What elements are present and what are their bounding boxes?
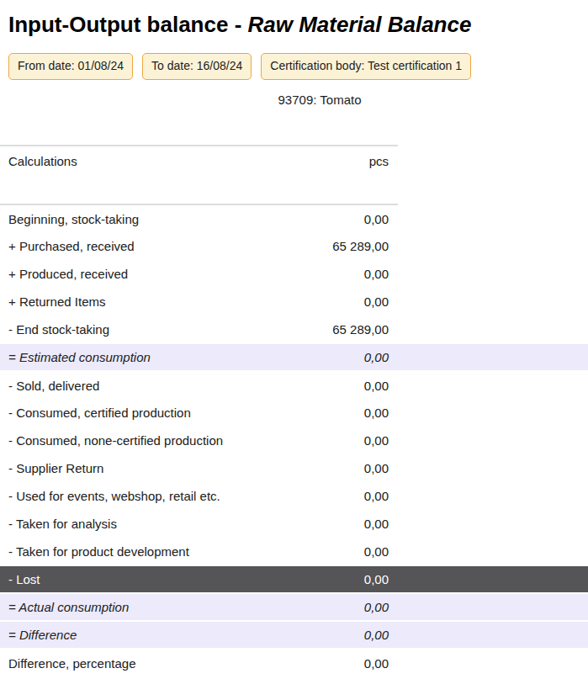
page-title: Input-Output balance - Raw Material Bala… — [8, 11, 580, 39]
row-filler — [398, 621, 588, 649]
row-label: - End stock-taking — [0, 316, 257, 343]
row-filler — [398, 399, 588, 427]
table-row: - Lost0,00 — [0, 565, 588, 593]
page-title-prefix: Input-Output balance - — [8, 12, 248, 37]
row-filler — [398, 343, 588, 371]
row-label: - Taken for product development — [0, 538, 257, 565]
filter-badges: From date: 01/08/24 To date: 16/08/24 Ce… — [8, 53, 580, 80]
row-value: 0,00 — [257, 510, 398, 538]
row-value: 0,00 — [257, 538, 398, 565]
table-row: - End stock-taking65 289,00 — [0, 316, 588, 343]
row-value: 0,00 — [257, 454, 398, 482]
row-value: 0,00 — [257, 260, 398, 288]
table-row: - Used for events, webshop, retail etc.0… — [0, 482, 588, 510]
row-label: = Estimated consumption — [0, 343, 257, 371]
row-filler — [398, 427, 588, 454]
row-filler — [398, 316, 588, 343]
column-header-filler — [398, 146, 588, 204]
row-value: 0,00 — [257, 204, 398, 232]
table-row: + Purchased, received65 289,00 — [0, 232, 588, 260]
product-heading: 93709: Tomato — [0, 93, 588, 107]
row-label: - Consumed, none-certified production — [0, 427, 257, 454]
table-row: - Taken for analysis0,00 — [0, 510, 588, 538]
row-filler — [398, 593, 588, 621]
row-value: 0,00 — [257, 649, 398, 676]
row-filler — [398, 371, 588, 399]
row-value: 0,00 — [257, 621, 398, 649]
row-filler — [398, 232, 588, 260]
table-row: Beginning, stock-taking0,00 — [0, 204, 588, 232]
table-row: - Supplier Return0,00 — [0, 454, 588, 482]
table-row: - Consumed, none-certified production0,0… — [0, 427, 588, 454]
page-title-emphasis: Raw Material Balance — [248, 12, 472, 37]
table-row: = Estimated consumption0,00 — [0, 343, 588, 371]
row-value: 0,00 — [257, 427, 398, 454]
row-label: - Supplier Return — [0, 454, 257, 482]
row-label: Beginning, stock-taking — [0, 204, 257, 232]
table-row: + Produced, received0,00 — [0, 260, 588, 288]
table-header-row: Calculations pcs — [0, 146, 588, 204]
row-filler — [398, 565, 588, 593]
row-filler — [398, 538, 588, 565]
balance-table: Calculations pcs Beginning, stock-taking… — [0, 145, 588, 676]
badge-certification-body: Certification body: Test certification 1 — [261, 53, 471, 80]
row-value: 0,00 — [257, 371, 398, 399]
row-label: = Difference — [0, 621, 257, 649]
row-filler — [398, 510, 588, 538]
badge-from-date: From date: 01/08/24 — [8, 53, 133, 80]
table-row: Difference, percentage0,00 — [0, 649, 588, 676]
badge-to-date: To date: 16/08/24 — [142, 53, 252, 80]
table-row: + Returned Items0,00 — [0, 288, 588, 316]
table-row: - Taken for product development0,00 — [0, 538, 588, 565]
row-value: 0,00 — [257, 288, 398, 316]
row-value: 65 289,00 — [257, 316, 398, 343]
table-row: - Consumed, certified production0,00 — [0, 399, 588, 427]
row-value: 0,00 — [257, 343, 398, 371]
row-label: - Taken for analysis — [0, 510, 257, 538]
row-value: 65 289,00 — [257, 232, 398, 260]
column-header-calculations: Calculations — [0, 146, 257, 204]
row-value: 0,00 — [257, 593, 398, 621]
row-label: - Sold, delivered — [0, 371, 257, 399]
row-filler — [398, 454, 588, 482]
row-label: + Returned Items — [0, 288, 257, 316]
row-value: 0,00 — [257, 565, 398, 593]
row-label: = Actual consumption — [0, 593, 257, 621]
table-row: - Sold, delivered0,00 — [0, 371, 588, 399]
row-label: + Purchased, received — [0, 232, 257, 260]
row-filler — [398, 649, 588, 676]
row-filler — [398, 260, 588, 288]
row-filler — [398, 482, 588, 510]
table-row: = Actual consumption0,00 — [0, 593, 588, 621]
table-row: = Difference0,00 — [0, 621, 588, 649]
row-value: 0,00 — [257, 399, 398, 427]
row-value: 0,00 — [257, 482, 398, 510]
row-label: - Used for events, webshop, retail etc. — [0, 482, 257, 510]
row-filler — [398, 288, 588, 316]
column-header-unit: pcs — [257, 146, 398, 204]
row-label: - Lost — [0, 565, 257, 593]
row-label: - Consumed, certified production — [0, 399, 257, 427]
row-label: Difference, percentage — [0, 649, 257, 676]
row-label: + Produced, received — [0, 260, 257, 288]
row-filler — [398, 204, 588, 232]
